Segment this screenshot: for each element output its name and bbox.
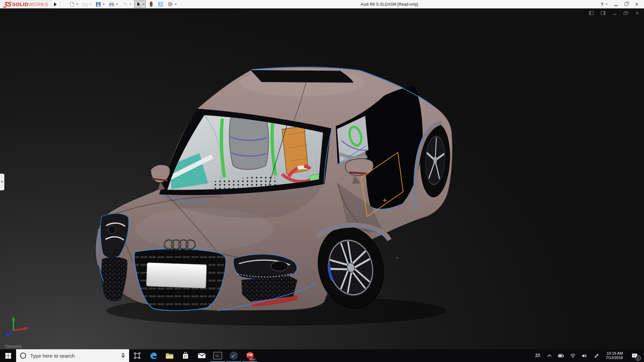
document-title: Audi R8 S.SLDASM [Read-only] xyxy=(178,2,601,7)
save-floppy-icon xyxy=(96,2,101,7)
solidworks-logo: ƷS SOLIDWORKS xyxy=(2,0,51,8)
open-folder-icon xyxy=(82,2,88,7)
stoplight-button[interactable] xyxy=(147,0,155,8)
sunroof xyxy=(251,70,353,82)
action-center-button[interactable]: 2 xyxy=(628,349,641,362)
taskbar-clock[interactable]: 10:19 AM 7/13/2018 xyxy=(604,351,625,360)
print-button[interactable] xyxy=(107,1,119,8)
save-button[interactable] xyxy=(94,1,106,8)
edge-button[interactable] xyxy=(145,349,161,362)
menu-flyout-arrow-icon[interactable] xyxy=(54,2,57,6)
help-button[interactable]: ? xyxy=(601,2,604,7)
print-icon xyxy=(109,2,114,7)
doc-minimize-icon[interactable] xyxy=(612,11,616,15)
options-list-button[interactable] xyxy=(156,1,165,8)
battery-icon[interactable] xyxy=(557,349,566,362)
print-dropdown-caret[interactable] xyxy=(116,4,118,5)
undo-dropdown-caret[interactable] xyxy=(129,4,131,5)
graphics-viewport[interactable]: *Dimetric xyxy=(0,9,644,349)
command-prompt-button[interactable]: C:\ xyxy=(210,349,226,362)
clock-time: 10:19 AM xyxy=(606,351,623,356)
solidworks-button[interactable]: SW 2017 xyxy=(242,349,258,362)
display-pane-right-icon[interactable] xyxy=(601,11,605,15)
task-view-button[interactable] xyxy=(129,349,145,362)
undo-icon xyxy=(122,2,128,7)
save-dropdown-caret[interactable] xyxy=(103,4,105,5)
new-dropdown-caret[interactable] xyxy=(76,4,78,5)
close-button[interactable]: ✕ xyxy=(635,3,639,6)
options-list-icon xyxy=(158,2,163,7)
wifi-icon[interactable] xyxy=(569,349,577,362)
doc-restore-icon[interactable] xyxy=(624,11,628,15)
mail-icon xyxy=(198,352,206,359)
cortana-icon[interactable] xyxy=(20,353,26,359)
open-button[interactable] xyxy=(81,1,93,8)
pen-icon[interactable] xyxy=(592,349,601,362)
select-dropdown-caret[interactable] xyxy=(143,4,145,5)
select-tool-button[interactable] xyxy=(134,0,146,8)
mail-button[interactable] xyxy=(194,349,210,362)
windows-taskbar: C:\ SW 2017 xyxy=(0,349,644,362)
help-dropdown-caret[interactable] xyxy=(605,4,607,5)
windows-logo-icon xyxy=(5,353,11,359)
volume-icon[interactable] xyxy=(580,349,589,362)
orientation-triad xyxy=(2,316,34,340)
stoplight-icon xyxy=(149,1,154,7)
settings-button[interactable] xyxy=(166,0,178,8)
edge-icon xyxy=(149,352,158,360)
document-window-controls xyxy=(589,11,639,15)
license-plate xyxy=(146,262,207,288)
feature-panel-tab[interactable] xyxy=(0,174,4,190)
doc-close-icon[interactable] xyxy=(635,11,639,15)
vertex-marker xyxy=(396,256,398,259)
ds-logo-mark: ƷS xyxy=(3,1,11,8)
undo-button[interactable] xyxy=(121,1,133,8)
window-controls: ? ✕ xyxy=(601,2,644,7)
new-document-button[interactable] xyxy=(68,1,79,8)
settings-dropdown-caret[interactable] xyxy=(175,4,177,5)
view-orientation-label: *Dimetric xyxy=(4,344,22,349)
file-explorer-button[interactable] xyxy=(161,349,177,362)
start-button[interactable] xyxy=(0,349,16,362)
hexagon-app-button[interactable] xyxy=(226,349,242,362)
restore-button[interactable] xyxy=(625,3,628,6)
people-icon[interactable] xyxy=(533,349,542,362)
quick-access-toolbar xyxy=(68,0,178,8)
solidworks-2017-icon: SW 2017 xyxy=(246,351,255,360)
search-input[interactable] xyxy=(30,353,120,359)
store-icon xyxy=(181,352,190,360)
gear-icon xyxy=(167,1,173,7)
toolbar-divider xyxy=(60,1,60,8)
chevron-up-icon[interactable] xyxy=(545,349,554,362)
display-pane-left-icon[interactable] xyxy=(589,11,594,15)
microphone-icon[interactable] xyxy=(120,353,126,358)
3d-model-audi-r8 xyxy=(0,9,644,349)
system-tray: 10:19 AM 7/13/2018 2 xyxy=(533,349,644,362)
clock-date: 7/13/2018 xyxy=(606,356,623,360)
command-prompt-icon: C:\ xyxy=(213,352,222,359)
file-explorer-icon xyxy=(165,352,174,359)
front-grille xyxy=(134,249,226,311)
minimize-button[interactable] xyxy=(614,5,618,6)
store-button[interactable] xyxy=(177,349,194,362)
task-view-icon xyxy=(134,352,141,359)
hexagon-app-icon xyxy=(229,351,238,360)
select-cursor-icon xyxy=(136,1,141,7)
new-document-icon xyxy=(69,2,74,7)
title-bar: ƷS SOLIDWORKS xyxy=(0,0,644,9)
open-dropdown-caret[interactable] xyxy=(90,4,92,5)
taskbar-search[interactable] xyxy=(16,349,129,362)
notification-badge: 2 xyxy=(636,356,641,361)
